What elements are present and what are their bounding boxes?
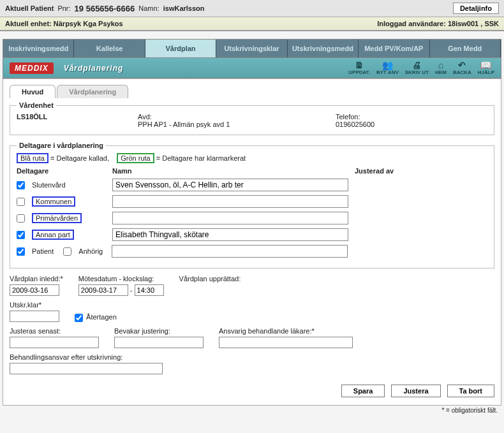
tab-utskrivningsklar[interactable]: Utskrivningsklar — [216, 40, 287, 57]
anhorig-checkbox[interactable] — [63, 247, 71, 256]
participant-label: Slutenvård — [32, 181, 66, 189]
col-deltagare: Deltagare — [17, 167, 112, 175]
col-namn: Namn — [112, 167, 355, 175]
telefon-value: 0196025600 — [336, 121, 431, 128]
blue-legend-box: Blå ruta — [17, 153, 48, 163]
hjalp-icon[interactable]: 📖HJÄLP — [478, 61, 494, 75]
namn-value: iswKarlsson — [163, 4, 205, 12]
namn-label: Namn: — [138, 4, 159, 12]
justeras-label: Justeras senast: — [10, 327, 99, 335]
bevakar-label: Bevakar justering: — [114, 327, 204, 335]
behandling-label: Behandlingsansvar efter utskrivning: — [10, 353, 163, 361]
inloggad-label: Inloggad användare: — [377, 20, 446, 27]
participant-checkbox[interactable] — [17, 214, 25, 223]
pnr-value: 19 565656-6666 — [75, 4, 135, 13]
mote-label: Mötesdatum - klockslag: — [78, 275, 164, 283]
deltagare-legend: Deltagare i vårdplanering — [17, 142, 106, 149]
justera-button[interactable]: Justera — [391, 385, 440, 397]
patient-header: Aktuell Patient Pnr: 19 565656-6666 Namn… — [0, 0, 504, 17]
tabort-button[interactable]: Ta bort — [447, 385, 494, 397]
participant-label: Kommunen — [32, 196, 75, 207]
toolbar: MEDDIX Vårdplanering 🗎UPPDAT.👥BYT ANV🖨SK… — [3, 58, 501, 78]
pnr-label: Pnr: — [57, 4, 70, 12]
participant-namn-input[interactable] — [112, 212, 348, 224]
ansvarig-input[interactable] — [219, 337, 353, 348]
justeras-input[interactable] — [10, 337, 99, 348]
app-logo: MEDDIX — [10, 62, 54, 74]
sub-tabs: HuvudVårdplanering — [10, 84, 494, 98]
bevakar-input[interactable] — [114, 337, 204, 348]
inledd-input[interactable] — [10, 284, 59, 296]
participant-namn-input[interactable] — [112, 228, 348, 241]
anhorig-label: Anhörig — [78, 247, 103, 255]
participant-checkbox[interactable] — [17, 181, 25, 189]
utskrklar-input[interactable] — [10, 311, 59, 322]
main-panel: HuvudVårdplanering Vårdenhet LS18ÖLL Avd… — [3, 78, 501, 406]
avd-label: Avd: — [138, 113, 233, 121]
vardenhet-code: LS18ÖLL — [17, 113, 112, 128]
enhet-label: Aktuell enhet: — [5, 20, 52, 27]
klockslag-input[interactable] — [135, 284, 164, 296]
blue-legend-desc: = Deltagare kallad, — [50, 154, 109, 162]
participant-namn-input[interactable] — [112, 195, 348, 208]
behandling-input[interactable] — [10, 363, 163, 374]
action-buttons: Spara Justera Ta bort — [10, 381, 494, 397]
avd-value: PPH AP1 - Allmän psyk avd 1 — [138, 121, 233, 128]
patient-checkbox[interactable] — [17, 247, 25, 256]
patient-row: Patient Anhörig — [17, 245, 487, 258]
tab-inskrivningsmedd[interactable]: Inskrivningsmedd — [3, 40, 74, 57]
ansvarig-label: Ansvarig behandlande läkare:* — [219, 327, 353, 335]
spara-button[interactable]: Spara — [341, 385, 385, 397]
participant-label: Annan part — [32, 230, 74, 240]
tab-v-rdplan[interactable]: Vårdplan — [145, 40, 216, 57]
participant-row: Kommunen — [17, 195, 487, 208]
backa-icon[interactable]: ↶BACKA — [453, 61, 471, 75]
green-legend-box: Grön ruta — [117, 153, 154, 163]
atertagen-checkbox[interactable] — [75, 314, 83, 322]
aktuell-patient-label: Aktuell Patient — [5, 4, 54, 12]
bytanv-icon[interactable]: 👥BYT ANV — [376, 61, 399, 75]
detaljinfo-button[interactable]: Detaljinfo — [453, 3, 499, 14]
participant-row: Annan part — [17, 228, 487, 241]
participant-namn-input[interactable] — [112, 179, 348, 191]
uppdat-icon[interactable]: 🗎UPPDAT. — [348, 61, 370, 75]
tab-utskrivningsmedd[interactable]: Utskrivningsmedd — [288, 40, 359, 57]
subtab-huvud[interactable]: Huvud — [10, 85, 56, 98]
vardenhet-legend: Vårdenhet — [17, 101, 56, 109]
skrivut-icon[interactable]: 🖨SKRIV UT — [405, 61, 429, 75]
deltagare-fieldset: Deltagare i vårdplanering Blå ruta = Del… — [10, 142, 494, 268]
atertagen-row: Återtagen — [75, 313, 117, 322]
tab-kallelse[interactable]: Kallelse — [74, 40, 145, 57]
tab-medd-pv-kom-ap[interactable]: Medd PV/Kom/AP — [359, 40, 429, 57]
green-legend-desc: = Deltagare har klarmarkerat — [156, 154, 246, 162]
participant-label: Primärvården — [32, 213, 82, 223]
motesdatum-input[interactable] — [78, 284, 128, 296]
patient-namn-input[interactable] — [112, 245, 348, 258]
inloggad-value: 18isw001 , SSK — [448, 20, 499, 27]
toolbar-title: Vårdplanering — [64, 64, 124, 73]
atertagen-label: Återtagen — [86, 313, 117, 321]
participant-row: Primärvården — [17, 212, 487, 224]
vardenhet-fieldset: Vårdenhet LS18ÖLL Avd: PPH AP1 - Allmän … — [10, 101, 494, 135]
unit-header: Aktuell enhet: Närpsyk Kga Psykos Inlogg… — [0, 17, 504, 31]
legend-row: Blå ruta = Deltagare kallad, Grön ruta =… — [17, 153, 487, 163]
col-justerad: Justerad av — [355, 167, 487, 175]
patient-label: Patient — [32, 247, 54, 255]
enhet-value: Närpsyk Kga Psykos — [54, 20, 123, 27]
upprattad-label: Vårdplan upprättad: — [179, 275, 241, 283]
participant-row: Slutenvård — [17, 179, 487, 191]
utskrklar-label: Utskr.klar* — [10, 301, 59, 309]
footnote: * = obligatoriskt fält. — [3, 406, 501, 415]
tab-gen-medd[interactable]: Gen Medd — [430, 40, 501, 57]
participant-checkbox[interactable] — [17, 231, 25, 239]
telefon-label: Telefon: — [336, 113, 431, 121]
subtab-vårdplanering[interactable]: Vårdplanering — [57, 85, 128, 98]
participant-checkbox[interactable] — [17, 198, 25, 206]
inledd-label: Vårdplan inledd:* — [10, 275, 63, 283]
main-nav-tabs: InskrivningsmeddKallelseVårdplanUtskrivn… — [3, 39, 501, 58]
hem-icon[interactable]: ⌂HEM — [435, 61, 447, 75]
